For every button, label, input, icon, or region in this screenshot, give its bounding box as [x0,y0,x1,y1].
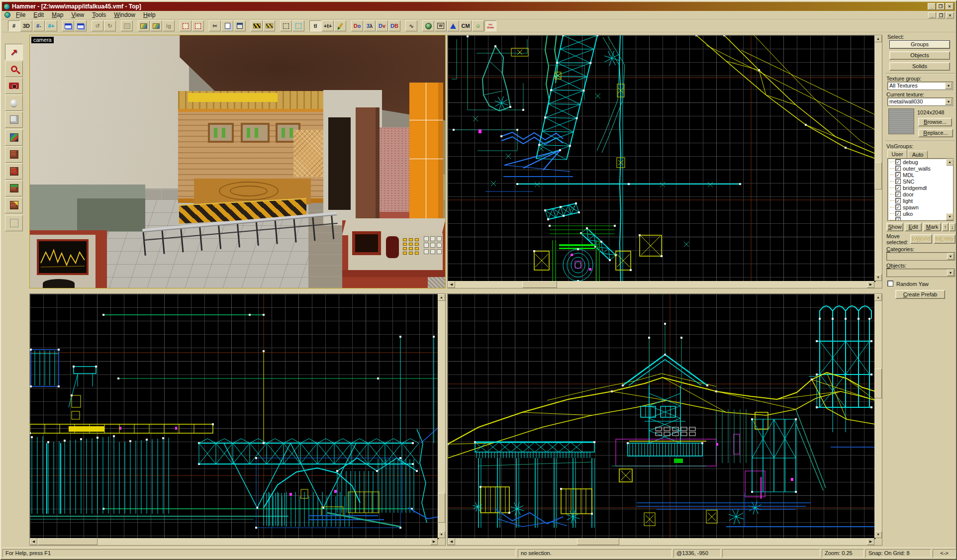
selection-marquee-button[interactable] [280,20,292,31]
menu-view[interactable]: View [67,11,88,19]
entity-report-button[interactable] [334,20,346,31]
checkbox-checked-icon[interactable]: ✓ [895,191,901,197]
scroll-left-icon[interactable]: ◀ [448,281,455,288]
close-button[interactable]: × [946,3,954,10]
save-window-state-button[interactable] [75,20,87,31]
viewport-top-vscrollbar[interactable]: ▲ ▼ [874,35,882,281]
checkbox-checked-icon[interactable]: ✓ [895,172,901,178]
chevron-down-icon[interactable]: ▼ [945,83,952,89]
tab-visgroups-user[interactable]: User [887,150,907,158]
visgroup-up-button[interactable]: ↑ [942,223,949,231]
viewport-2d-top[interactable]: ▲ ▼ ◀ ▶ [447,35,882,288]
viewport-front-hscrollbar[interactable]: ◀ ▶ [448,538,874,545]
scroll-up-icon[interactable]: ▲ [874,294,882,301]
undo-button[interactable]: ↺ [92,20,103,31]
visgroup-item[interactable]: ✓ulko [888,210,953,217]
hide-selected-button[interactable] [251,20,263,31]
viewport-front-vscrollbar[interactable]: ▲ ▼ [874,294,882,538]
visgroup-edit-button[interactable]: Edit [905,223,922,231]
path-tool[interactable] [5,215,23,231]
visgroup-show-button[interactable]: Show [886,223,903,231]
viewport-top-hscrollbar[interactable]: ◀ ▶ [448,281,874,288]
carve-button[interactable] [180,20,191,31]
menu-window[interactable]: Window [110,11,139,19]
current-texture-dropdown[interactable]: metal/wall030 ▼ [887,97,953,106]
mdi-restore-button[interactable]: ❐ [937,12,945,18]
visgroup-item[interactable]: ✓outer_walls [888,165,953,172]
vertex-tool[interactable] [5,197,23,213]
visgroup-item[interactable]: ✓debug [888,159,953,165]
browse-button[interactable]: Browse... [918,118,952,126]
select-objects-button[interactable]: Objects [889,51,950,60]
check-map-button[interactable] [422,20,434,31]
toggle-group-ignore-button[interactable]: ig [163,20,175,31]
viewport-3d-camera[interactable]: camera [29,35,446,288]
viewport-side-hscrollbar[interactable]: ◀ ▶ [30,538,438,545]
goto-brush-button[interactable] [121,20,133,31]
scroll-left-icon[interactable]: ◀ [448,538,455,545]
restore-button[interactable]: ❐ [937,3,945,10]
run-map-Do-button[interactable]: Do [351,20,363,31]
chevron-down-icon[interactable]: ▼ [945,98,952,105]
larger-grid-button[interactable]: #+ [45,20,57,31]
checkbox-checked-icon[interactable]: ✓ [895,204,901,210]
menu-map[interactable]: Map [48,11,67,19]
redo-button[interactable]: ↻ [104,20,116,31]
move-to-world-button[interactable]: toWorld [910,234,932,244]
checkbox-checked-icon[interactable]: ✓ [895,198,901,203]
paste-button[interactable] [234,20,246,31]
clipping-tool[interactable] [5,180,23,196]
scroll-right-icon[interactable]: ▶ [867,538,874,545]
replace-button[interactable]: Replace... [918,129,953,137]
run-map-DB-button[interactable]: DB [388,20,400,31]
scroll-up-icon[interactable]: ▲ [438,294,445,301]
apply-current-texture-tool[interactable] [5,146,23,163]
cordon-bounds-button[interactable] [447,20,459,31]
chevron-down-icon[interactable]: ▼ [947,253,954,260]
chevron-down-icon[interactable]: ▼ [947,270,954,276]
toggle-grid-button[interactable]: # [8,20,20,31]
entity-tool[interactable] [5,94,23,111]
model-browser-button[interactable]: W [435,20,447,31]
select-groups-button[interactable]: Groups [889,40,950,49]
checkbox-checked-icon[interactable]: ✓ [895,185,901,190]
minimize-button[interactable]: _ [928,3,936,10]
selection-tool[interactable]: ↗ [5,44,23,60]
magnify-tool[interactable] [5,61,23,77]
make-hollow-button[interactable] [192,20,204,31]
checkbox-checked-icon[interactable]: ✓ [895,159,901,165]
menu-tools[interactable]: Tools [88,11,110,19]
toggle-3d-grid-button[interactable]: 3D [20,20,32,31]
texture-application-tool[interactable] [5,129,23,146]
menu-edit[interactable]: Edit [29,11,48,19]
load-window-state-button[interactable] [62,20,74,31]
objects-dropdown[interactable]: ▼ [886,269,955,277]
auto-selection-marquee-button[interactable] [292,20,304,31]
scroll-down-icon[interactable]: ▼ [438,531,445,538]
mdi-document-icon[interactable] [4,12,10,18]
texture-group-dropdown[interactable]: All Textures ▼ [887,82,953,90]
visgroups-list[interactable]: ✓debug✓outer_walls✓MDL✓SNC✓bridgemdl✓doo… [887,158,954,221]
scroll-down-icon[interactable]: ▼ [946,213,954,220]
scroll-up-icon[interactable]: ▲ [874,35,882,42]
select-solids-button[interactable]: Solids [889,62,950,71]
smooth-groups-button[interactable]: ☺ [472,20,484,31]
hide-unselected-button[interactable] [263,20,275,31]
run-map-Dv-button[interactable]: Dv [376,20,388,31]
cut-button[interactable]: ✂ [209,20,221,31]
run-map-3b-button[interactable]: 3λ [364,20,376,31]
visgroup-item[interactable]: ✓door [888,191,953,197]
texture-browser-button[interactable] [138,20,150,31]
camera-tool[interactable] [5,78,23,94]
cm-toggle-button[interactable]: CM [460,20,472,31]
menu-help[interactable]: Help [139,11,160,19]
visgroup-item[interactable]: ✓bridgemdl [888,185,953,191]
scroll-left-icon[interactable]: ◀ [30,538,37,545]
create-prefab-button[interactable]: Create Prefab [895,290,945,299]
scroll-down-icon[interactable]: ▼ [874,531,882,538]
move-to-entity-button[interactable]: toEntity [934,234,956,244]
scroll-right-icon[interactable]: ▶ [430,538,438,545]
copy-button[interactable] [221,20,233,31]
visgroup-item[interactable]: ✓MDL [888,172,953,178]
split-face-button[interactable]: ∿ [405,20,417,31]
